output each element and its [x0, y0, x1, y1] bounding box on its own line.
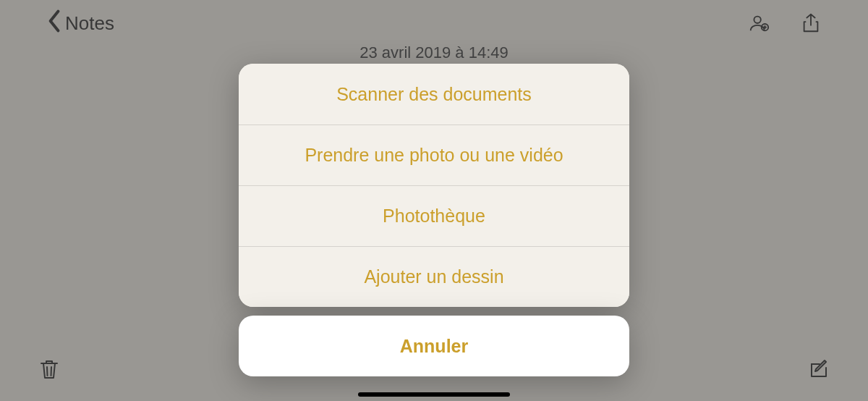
action-label: Prendre une photo ou une vidéo [305, 145, 563, 166]
action-scan-documents[interactable]: Scanner des documents [239, 64, 629, 124]
cancel-button[interactable]: Annuler [239, 316, 629, 376]
action-sheet-options: Scanner des documents Prendre une photo … [239, 64, 629, 307]
action-take-photo-video[interactable]: Prendre une photo ou une vidéo [239, 124, 629, 185]
home-indicator[interactable] [358, 392, 510, 397]
app-root: Notes 23 avril 2019 à [0, 0, 868, 401]
action-label: Ajouter un dessin [364, 266, 503, 287]
action-label: Scanner des documents [336, 84, 532, 105]
action-label: Photothèque [383, 206, 485, 227]
action-sheet: Scanner des documents Prendre une photo … [239, 64, 629, 376]
action-add-drawing[interactable]: Ajouter un dessin [239, 246, 629, 307]
cancel-label: Annuler [400, 336, 468, 357]
action-photo-library[interactable]: Photothèque [239, 185, 629, 246]
